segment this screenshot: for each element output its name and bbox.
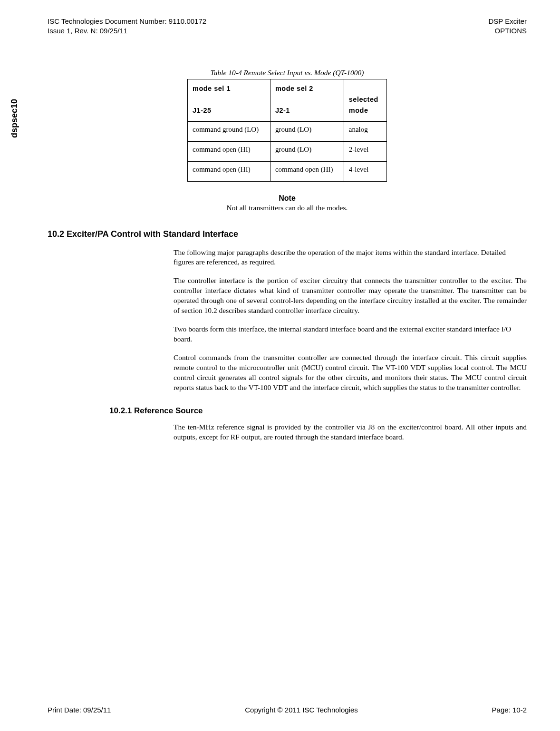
section-10-2-body: The following major paragraphs describe … (174, 248, 527, 393)
page: ISC Technologies Document Number: 9110.0… (0, 0, 560, 731)
note-title: Note (48, 194, 527, 203)
section-heading-10-2: 10.2 Exciter/PA Control with Standard In… (48, 229, 527, 239)
paragraph: The controller interface is the portion … (174, 276, 527, 316)
paragraph: The following major paragraphs describe … (174, 248, 527, 268)
cell: ground (LO) (270, 141, 344, 161)
product-name: DSP Exciter (488, 17, 527, 26)
table-header-row: mode sel 1 J1-25 mode sel 2 J2-1 selecte… (188, 79, 387, 122)
cell: command open (HI) (270, 161, 344, 181)
table-row: command open (HI) command open (HI) 4-le… (188, 161, 387, 181)
cell: analog (344, 121, 386, 141)
cell: ground (LO) (270, 121, 344, 141)
note-block: Note Not all transmitters can do all the… (48, 194, 527, 212)
footer-copyright: Copyright © 2011 ISC Technologies (245, 706, 358, 714)
issue-rev: Issue 1, Rev. N: 09/25/11 (48, 26, 206, 36)
cell: command open (HI) (188, 141, 270, 161)
footer-page: Page: 10-2 (492, 706, 527, 714)
col-header-2: mode sel 2 J2-1 (270, 79, 344, 122)
table-caption: Table 10-4 Remote Select Input vs. Mode … (187, 68, 387, 77)
header-section: OPTIONS (488, 26, 527, 36)
header-right: DSP Exciter OPTIONS (488, 17, 527, 35)
paragraph: Control commands from the transmitter co… (174, 353, 527, 393)
cell: 2-level (344, 141, 386, 161)
col-header-3: selected mode (344, 79, 386, 122)
col-header-1: mode sel 1 J1-25 (188, 79, 270, 122)
page-footer: Print Date: 09/25/11 Copyright © 2011 IS… (48, 706, 527, 714)
paragraph: Two boards form this interface, the inte… (174, 324, 527, 344)
page-header: ISC Technologies Document Number: 9110.0… (48, 17, 527, 35)
section-heading-10-2-1: 10.2.1 Reference Source (109, 406, 527, 416)
mode-table: mode sel 1 J1-25 mode sel 2 J2-1 selecte… (187, 79, 387, 182)
content: Table 10-4 Remote Select Input vs. Mode … (48, 68, 527, 442)
section-10-2-1-body: The ten-MHz reference signal is provided… (174, 422, 527, 442)
cell: 4-level (344, 161, 386, 181)
table-row: command ground (LO) ground (LO) analog (188, 121, 387, 141)
cell: command ground (LO) (188, 121, 270, 141)
header-left: ISC Technologies Document Number: 9110.0… (48, 17, 206, 35)
paragraph: The ten-MHz reference signal is provided… (174, 422, 527, 442)
side-tab: dspsec10 (10, 99, 19, 138)
note-text: Not all transmitters can do all the mode… (48, 204, 527, 212)
cell: command open (HI) (188, 161, 270, 181)
doc-number: ISC Technologies Document Number: 9110.0… (48, 17, 206, 26)
footer-print-date: Print Date: 09/25/11 (48, 706, 111, 714)
table-row: command open (HI) ground (LO) 2-level (188, 141, 387, 161)
